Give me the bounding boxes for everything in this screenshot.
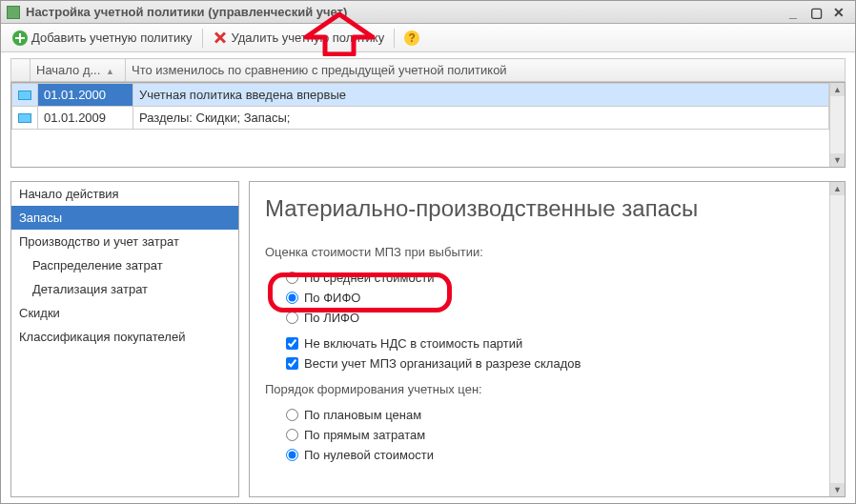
price-option-radio[interactable] <box>286 429 298 441</box>
sidebar-item[interactable]: Скидки <box>11 301 238 325</box>
history-col-icon[interactable] <box>11 59 31 82</box>
add-policy-button[interactable]: Добавить учетную политику <box>7 28 198 49</box>
price-option[interactable]: По плановым ценам <box>286 408 829 422</box>
sidebar: Начало действияЗапасыПроизводство и учет… <box>10 181 239 497</box>
history-row[interactable]: 01.01.2009Разделы: Скидки; Запасы; <box>12 107 829 130</box>
add-policy-label: Добавить учетную политику <box>31 30 193 45</box>
sidebar-item[interactable]: Начало действия <box>11 182 238 206</box>
help-button[interactable]: ? <box>398 28 425 49</box>
inventory-checkbox-label: Вести учет МПЗ организаций в разрезе скл… <box>304 356 581 371</box>
close-button[interactable]: ✕ <box>832 6 846 19</box>
valuation-option[interactable]: По ЛИФО <box>286 311 829 325</box>
price-option[interactable]: По нулевой стоимости <box>286 448 829 462</box>
toolbar-separator <box>394 29 395 48</box>
plus-icon <box>12 30 28 46</box>
valuation-option-label: По средней стоимости <box>304 271 434 285</box>
row-icon <box>18 91 31 100</box>
valuation-option-radio[interactable] <box>286 292 298 304</box>
delete-policy-button[interactable]: Удалить учетную политику <box>207 28 391 49</box>
minimize-button[interactable]: _ <box>786 6 800 19</box>
scroll-up-icon[interactable]: ▲ <box>830 182 845 195</box>
price-option-label: По плановым ценам <box>304 408 421 422</box>
inventory-checkbox-label: Не включать НДС в стоимость партий <box>304 336 522 351</box>
price-option-radio[interactable] <box>286 449 298 461</box>
inventory-checkbox-checkbox[interactable] <box>286 357 298 370</box>
price-option-label: По нулевой стоимости <box>304 448 434 462</box>
scroll-down-icon[interactable]: ▼ <box>830 153 845 167</box>
history-table-body: 01.01.2000Учетная политика введена вперв… <box>11 83 829 130</box>
valuation-option[interactable]: По средней стоимости <box>286 271 829 285</box>
sidebar-item[interactable]: Классификация покупателей <box>11 325 238 349</box>
history-row[interactable]: 01.01.2000Учетная политика введена вперв… <box>12 84 829 107</box>
price-option-label: По прямым затратам <box>304 428 425 442</box>
delete-policy-label: Удалить учетную политику <box>232 30 385 45</box>
history-cell-date: 01.01.2009 <box>38 107 133 130</box>
help-icon: ? <box>404 30 419 46</box>
history-table-header: Начало д... ▲ Что изменилось по сравнени… <box>10 58 846 82</box>
sidebar-item[interactable]: Запасы <box>11 206 238 230</box>
valuation-option[interactable]: По ФИФО <box>286 291 829 305</box>
main-title: Материально-производственные запасы <box>265 195 829 222</box>
sidebar-item[interactable]: Детализация затрат <box>11 277 238 301</box>
price-order-label: Порядок формирования учетных цен: <box>265 382 829 396</box>
toolbar-separator <box>202 29 203 48</box>
price-option-radio[interactable] <box>286 409 298 421</box>
sort-asc-icon: ▲ <box>106 67 114 76</box>
valuation-label: Оценка стоимости МПЗ при выбытии: <box>265 245 829 259</box>
history-col-date[interactable]: Начало д... ▲ <box>31 59 126 82</box>
sidebar-item[interactable]: Распределение затрат <box>11 253 238 277</box>
scroll-up-icon[interactable]: ▲ <box>830 83 845 96</box>
valuation-option-radio[interactable] <box>286 312 298 324</box>
history-cell-changed: Учетная политика введена впервые <box>133 84 829 107</box>
titlebar: Настройка учетной политики (управленческ… <box>1 1 855 24</box>
app-icon <box>7 6 20 19</box>
history-cell-changed: Разделы: Скидки; Запасы; <box>133 107 829 130</box>
main-scrollbar[interactable]: ▲ ▼ <box>829 182 845 496</box>
valuation-option-label: По ЛИФО <box>304 311 359 325</box>
history-col-changed[interactable]: Что изменилось по сравнению с предыдущей… <box>126 59 846 82</box>
maximize-button[interactable]: ▢ <box>809 6 823 19</box>
inventory-checkbox[interactable]: Не включать НДС в стоимость партий <box>286 336 829 351</box>
inventory-checkbox-checkbox[interactable] <box>286 337 298 350</box>
window-title: Настройка учетной политики (управленческ… <box>26 5 786 19</box>
history-scrollbar[interactable]: ▲ ▼ <box>829 83 845 167</box>
row-icon <box>18 113 31 123</box>
main-panel: Материально-производственные запасы Оцен… <box>249 181 846 497</box>
scroll-down-icon[interactable]: ▼ <box>830 483 845 496</box>
inventory-checkbox[interactable]: Вести учет МПЗ организаций в разрезе скл… <box>286 356 829 371</box>
valuation-option-label: По ФИФО <box>304 291 360 305</box>
sidebar-item[interactable]: Производство и учет затрат <box>11 230 238 253</box>
price-option[interactable]: По прямым затратам <box>286 428 829 442</box>
valuation-option-radio[interactable] <box>286 272 298 284</box>
history-cell-date: 01.01.2000 <box>38 84 133 107</box>
delete-icon <box>213 30 228 46</box>
toolbar: Добавить учетную политику Удалить учетну… <box>1 24 855 52</box>
